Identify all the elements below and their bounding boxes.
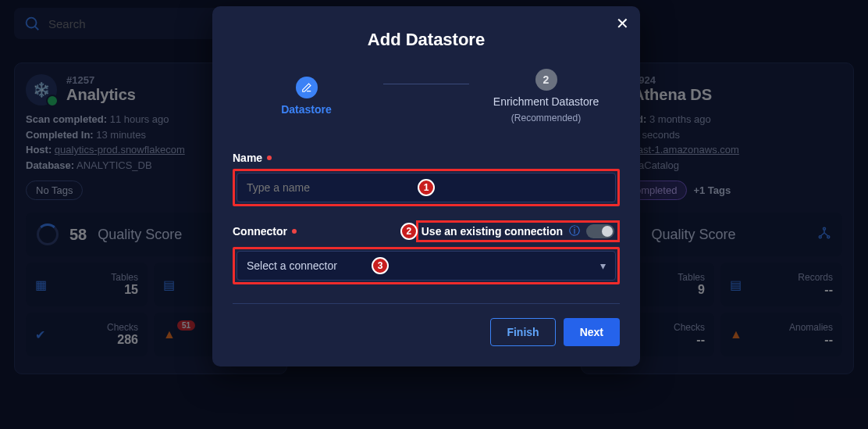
step-label: Enrichment Datastore [493,95,599,108]
pencil-icon [296,77,318,98]
select-value: Select a connector [247,259,337,272]
connector-select[interactable]: Select a connector ▾ [237,251,616,281]
divider [233,303,620,304]
finish-button[interactable]: Finish [490,318,555,346]
callout-badge-1: 1 [418,179,435,196]
connector-label: Connector [233,225,297,238]
add-datastore-modal: ✕ Add Datastore Datastore 2 Enrichment D… [212,6,640,366]
close-button[interactable]: ✕ [616,14,629,33]
info-icon[interactable]: ⓘ [569,224,580,238]
name-label: Name [233,152,620,164]
callout-box-1: 1 [233,169,620,206]
callout-badge-3: 3 [372,257,389,274]
stepper: Datastore 2 Enrichment Datastore (Recomm… [233,69,620,123]
chevron-down-icon: ▾ [600,259,606,272]
existing-toggle-label: Use an existing connection [422,225,563,238]
callout-box-2: 2 Use an existing connection ⓘ [416,220,620,242]
callout-box-3: 3 Select a connector ▾ [233,247,620,284]
modal-title: Add Datastore [233,30,620,50]
step-number: 2 [535,69,557,91]
step-connector [383,84,469,84]
step-datastore[interactable]: Datastore [233,77,380,116]
existing-connection-toggle[interactable] [586,224,614,238]
step-sublabel: (Recommended) [511,113,581,123]
required-dot-icon [292,229,297,234]
callout-badge-2: 2 [400,223,418,240]
step-enrichment[interactable]: 2 Enrichment Datastore (Recommended) [472,69,620,123]
next-button[interactable]: Next [564,318,620,346]
close-icon: ✕ [616,15,629,32]
required-dot-icon [267,156,272,160]
step-label: Datastore [281,103,332,116]
